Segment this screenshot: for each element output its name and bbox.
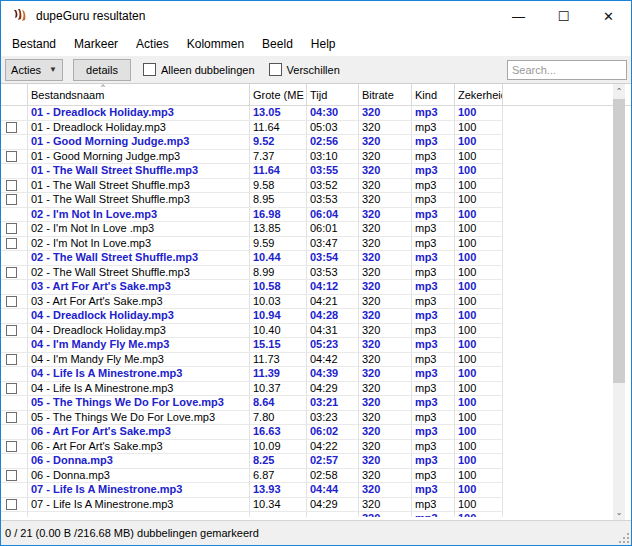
scrollbar-thumb[interactable]: [613, 99, 625, 383]
row-filler: [503, 237, 631, 252]
file-time-cell: 04:39: [307, 367, 359, 382]
close-button[interactable]: ✕: [586, 1, 631, 31]
table-row[interactable]: 06 - Donna.mp38.2502:57320mp3100: [1, 454, 631, 469]
file-name-cell: 03 - Art For Art's Sake.mp3: [28, 295, 250, 310]
row-checkbox[interactable]: [6, 412, 17, 423]
table-row[interactable]: 02 - The Wall Street Shuffle.mp310.4403:…: [1, 251, 631, 266]
row-check-cell: [1, 396, 28, 411]
menu-beeld[interactable]: Beeld: [253, 34, 302, 54]
search-input[interactable]: [507, 60, 627, 80]
table-row[interactable]: 01 - Good Morning Judge.mp39.5202:56320m…: [1, 135, 631, 150]
file-bitrate-cell: 320: [359, 208, 412, 223]
row-checkbox[interactable]: [6, 151, 17, 162]
file-bitrate-cell: 320: [359, 411, 412, 426]
row-check-cell: [1, 382, 28, 397]
table-row[interactable]: 320mp3100: [1, 512, 631, 517]
header-grote[interactable]: Grote (ME: [250, 84, 307, 106]
differences-checkbox[interactable]: Verschillen: [269, 63, 340, 76]
row-check-cell: [1, 251, 28, 266]
row-filler: [503, 280, 631, 295]
minimize-button[interactable]: —: [496, 1, 541, 31]
table-row[interactable]: 03 - Art For Art's Sake.mp310.5804:12320…: [1, 280, 631, 295]
checkbox-icon[interactable]: [143, 63, 156, 76]
row-checkbox[interactable]: [6, 267, 17, 278]
table-row[interactable]: 06 - Donna.mp36.8702:58320mp3100: [1, 469, 631, 484]
file-name-cell: 04 - Life Is A Minestrone.mp3: [28, 367, 250, 382]
header-tijd[interactable]: Tijd: [307, 84, 359, 106]
row-checkbox[interactable]: [6, 383, 17, 394]
vertical-scrollbar[interactable]: ⌃ ⌄: [613, 84, 625, 520]
file-bitrate-cell: 320: [359, 498, 412, 513]
header-bitrate[interactable]: Bitrate: [359, 84, 412, 106]
row-check-cell: [1, 324, 28, 339]
table-row[interactable]: 01 - The Wall Street Shuffle.mp39.5803:5…: [1, 179, 631, 194]
table-row[interactable]: 01 - Good Morning Judge.mp37.3703:10320m…: [1, 150, 631, 165]
row-checkbox[interactable]: [6, 194, 17, 205]
scrollbar-track[interactable]: [613, 383, 625, 505]
table-row[interactable]: 06 - Art For Art's Sake.mp310.0904:22320…: [1, 440, 631, 455]
table-row[interactable]: 01 - The Wall Street Shuffle.mp38.9503:5…: [1, 193, 631, 208]
table-row[interactable]: 07 - Life Is A Minestrone.mp313.9304:443…: [1, 483, 631, 498]
resize-grip[interactable]: [618, 532, 629, 543]
table-body: 01 - Dreadlock Holiday.mp313.0504:30320m…: [1, 106, 631, 512]
menu-bestand[interactable]: Bestand: [3, 34, 65, 54]
table-row[interactable]: 04 - Life Is A Minestrone.mp311.3904:393…: [1, 367, 631, 382]
row-checkbox[interactable]: [6, 296, 17, 307]
table-row[interactable]: 04 - Dreadlock Holiday.mp310.4004:31320m…: [1, 324, 631, 339]
menu-help[interactable]: Help: [302, 34, 345, 54]
row-filler: [503, 164, 631, 179]
file-kind-cell: mp3: [412, 222, 455, 237]
file-kind-cell: mp3: [412, 324, 455, 339]
checkbox-icon[interactable]: [269, 63, 282, 76]
table-row[interactable]: 03 - Art For Art's Sake.mp310.0304:21320…: [1, 295, 631, 310]
menu-acties[interactable]: Acties: [127, 34, 178, 54]
file-time-cell: 04:12: [307, 280, 359, 295]
file-kind-cell: mp3: [412, 396, 455, 411]
row-checkbox[interactable]: [6, 499, 17, 510]
table-row[interactable]: 01 - Dreadlock Holiday.mp313.0504:30320m…: [1, 106, 631, 121]
row-checkbox[interactable]: [6, 238, 17, 249]
table-row[interactable]: 05 - The Things We Do For Love.mp37.8003…: [1, 411, 631, 426]
header-checkbox-column[interactable]: [1, 84, 28, 106]
maximize-button[interactable]: ☐: [541, 1, 586, 31]
header-zekerheid[interactable]: Zekerheid: [455, 84, 503, 106]
scroll-down-icon[interactable]: ⌄: [613, 505, 625, 520]
row-filler: [503, 193, 631, 208]
file-bitrate-cell: 320: [359, 353, 412, 368]
actions-dropdown-button[interactable]: Acties ▼: [5, 59, 63, 81]
row-checkbox[interactable]: [6, 180, 17, 191]
table-row[interactable]: 02 - I'm Not In Love.mp316.9806:04320mp3…: [1, 208, 631, 223]
table-row[interactable]: 02 - I'm Not In Love.mp39.5903:47320mp31…: [1, 237, 631, 252]
file-kind-cell: mp3: [412, 295, 455, 310]
table-row[interactable]: 02 - I'm Not In Love .mp313.8506:01320mp…: [1, 222, 631, 237]
row-checkbox[interactable]: [6, 223, 17, 234]
file-bitrate-cell: 320: [359, 295, 412, 310]
table-row[interactable]: 05 - The Things We Do For Love.mp38.6403…: [1, 396, 631, 411]
sort-ascending-icon: ^: [101, 84, 105, 91]
row-checkbox[interactable]: [6, 441, 17, 452]
header-bestandsnaam[interactable]: Bestandsnaam: [28, 84, 250, 106]
table-row[interactable]: 01 - Dreadlock Holiday.mp311.6405:03320m…: [1, 121, 631, 136]
row-checkbox[interactable]: [6, 354, 17, 365]
menu-kolommen[interactable]: Kolommen: [178, 34, 253, 54]
file-time-cell: 02:58: [307, 469, 359, 484]
only-duplicates-checkbox[interactable]: Alleen dubbelingen: [143, 63, 255, 76]
table-row[interactable]: 01 - The Wall Street Shuffle.mp311.6403:…: [1, 164, 631, 179]
row-checkbox[interactable]: [6, 122, 17, 133]
header-kind[interactable]: Kind: [412, 84, 455, 106]
details-button[interactable]: details: [73, 59, 131, 81]
row-checkbox[interactable]: [6, 470, 17, 481]
row-check-cell: [1, 280, 28, 295]
row-filler: [503, 266, 631, 281]
table-row[interactable]: 06 - Art For Art's Sake.mp316.6306:02320…: [1, 425, 631, 440]
table-row[interactable]: 04 - I'm Mandy Fly Me.mp315.1505:23320mp…: [1, 338, 631, 353]
table-row[interactable]: 02 - The Wall Street Shuffle.mp38.9903:5…: [1, 266, 631, 281]
file-size-cell: 16.98: [250, 208, 307, 223]
scroll-up-icon[interactable]: ⌃: [613, 84, 625, 99]
table-row[interactable]: 04 - Life Is A Minestrone.mp310.3704:293…: [1, 382, 631, 397]
table-row[interactable]: 07 - Life Is A Minestrone.mp310.3404:293…: [1, 498, 631, 513]
table-row[interactable]: 04 - Dreadlock Holiday.mp310.9404:28320m…: [1, 309, 631, 324]
menu-markeer[interactable]: Markeer: [65, 34, 127, 54]
table-row[interactable]: 04 - I'm Mandy Fly Me.mp311.7304:42320mp…: [1, 353, 631, 368]
row-checkbox[interactable]: [6, 325, 17, 336]
